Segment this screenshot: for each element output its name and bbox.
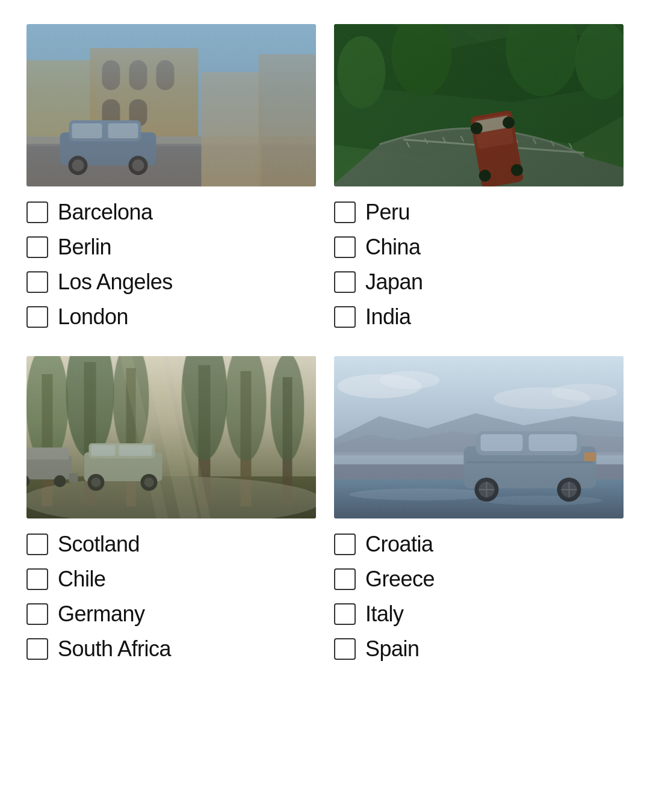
svg-point-92: [557, 478, 581, 502]
image-barcelona: [26, 24, 316, 186]
label-london: London: [58, 304, 128, 330]
svg-point-55: [113, 356, 149, 455]
image-peru: [334, 24, 624, 186]
option-berlin: Berlin: [26, 232, 316, 262]
svg-point-18: [132, 159, 144, 171]
svg-rect-88: [481, 434, 523, 451]
svg-rect-21: [26, 24, 316, 186]
label-greece: Greece: [365, 567, 435, 592]
svg-line-33: [461, 136, 464, 141]
svg-rect-89: [529, 434, 577, 451]
svg-rect-40: [470, 110, 524, 186]
checkbox-japan[interactable]: [334, 271, 356, 293]
svg-rect-3: [102, 60, 120, 90]
svg-marker-80: [334, 413, 624, 452]
svg-point-91: [479, 482, 495, 497]
svg-rect-72: [89, 443, 155, 458]
label-berlin: Berlin: [58, 235, 111, 260]
svg-rect-50: [42, 374, 53, 506]
svg-rect-71: [84, 452, 162, 481]
label-croatia: Croatia: [365, 532, 433, 557]
card-barcelona: Barcelona Berlin Los Angeles London: [26, 24, 316, 332]
svg-rect-79: [334, 356, 624, 518]
option-los-angeles: Los Angeles: [26, 267, 316, 297]
checkbox-spain[interactable]: [334, 638, 356, 660]
svg-rect-41: [473, 114, 514, 150]
option-london: London: [26, 302, 316, 332]
main-grid: Barcelona Berlin Los Angeles London: [26, 24, 624, 664]
svg-rect-47: [334, 24, 624, 186]
image-scotland: [26, 356, 316, 518]
svg-rect-48: [26, 356, 316, 518]
label-south-africa: South Africa: [58, 636, 171, 662]
checkbox-greece[interactable]: [334, 568, 356, 590]
svg-rect-49: [26, 476, 316, 518]
svg-point-61: [271, 356, 305, 461]
option-india: India: [334, 302, 624, 332]
checkbox-berlin[interactable]: [26, 236, 48, 258]
checkbox-italy[interactable]: [334, 603, 356, 625]
option-germany: Germany: [26, 599, 316, 629]
svg-point-46: [501, 115, 515, 129]
svg-point-69: [54, 475, 66, 487]
checkbox-london[interactable]: [26, 306, 48, 328]
option-japan: Japan: [334, 267, 624, 297]
svg-rect-10: [26, 137, 316, 144]
svg-marker-64: [120, 356, 169, 518]
svg-rect-86: [464, 446, 596, 488]
image-croatia: [334, 356, 624, 518]
svg-rect-9: [26, 141, 316, 146]
svg-line-36: [515, 137, 518, 143]
label-germany: Germany: [58, 601, 145, 627]
svg-point-15: [69, 156, 88, 175]
svg-point-51: [26, 356, 69, 464]
svg-point-93: [562, 482, 577, 497]
svg-marker-81: [334, 431, 624, 455]
option-croatia: Croatia: [334, 529, 624, 559]
svg-point-43: [478, 169, 492, 183]
checkbox-barcelona[interactable]: [26, 201, 48, 223]
svg-rect-6: [102, 99, 120, 126]
checkbox-los-angeles[interactable]: [26, 271, 48, 293]
checkbox-china[interactable]: [334, 236, 356, 258]
svg-rect-99: [584, 452, 596, 461]
checkbox-south-africa[interactable]: [26, 638, 48, 660]
svg-point-68: [26, 475, 30, 487]
svg-point-17: [129, 156, 148, 175]
svg-point-57: [182, 356, 228, 460]
svg-point-100: [338, 374, 422, 398]
svg-rect-4: [129, 60, 147, 90]
option-chile: Chile: [26, 564, 316, 594]
svg-rect-2: [90, 48, 199, 186]
svg-marker-23: [334, 24, 624, 156]
svg-point-25: [338, 36, 386, 108]
svg-rect-58: [241, 371, 252, 506]
label-scotland: Scotland: [58, 532, 140, 557]
svg-line-39: [569, 143, 572, 149]
checkbox-india[interactable]: [334, 306, 356, 328]
svg-rect-20: [259, 54, 317, 186]
svg-point-76: [91, 478, 101, 487]
svg-rect-19: [202, 72, 262, 186]
checkbox-scotland[interactable]: [26, 534, 48, 555]
svg-line-34: [479, 136, 482, 141]
svg-rect-52: [84, 362, 96, 506]
svg-rect-66: [26, 455, 72, 479]
option-south-africa: South Africa: [26, 634, 316, 664]
label-india: India: [365, 304, 411, 330]
checkbox-chile[interactable]: [26, 568, 48, 590]
svg-rect-60: [283, 377, 292, 506]
svg-point-83: [350, 488, 494, 500]
svg-point-65: [26, 476, 316, 518]
checkbox-croatia[interactable]: [334, 534, 356, 555]
svg-rect-1: [26, 60, 96, 186]
svg-line-32: [443, 137, 446, 143]
checkbox-peru[interactable]: [334, 201, 356, 223]
card-peru: Peru China Japan India: [334, 24, 624, 332]
svg-rect-42: [475, 115, 510, 133]
checkbox-germany[interactable]: [26, 603, 48, 625]
label-spain: Spain: [365, 636, 419, 662]
label-peru: Peru: [365, 200, 410, 225]
svg-rect-85: [334, 464, 624, 479]
svg-rect-67: [26, 448, 69, 460]
